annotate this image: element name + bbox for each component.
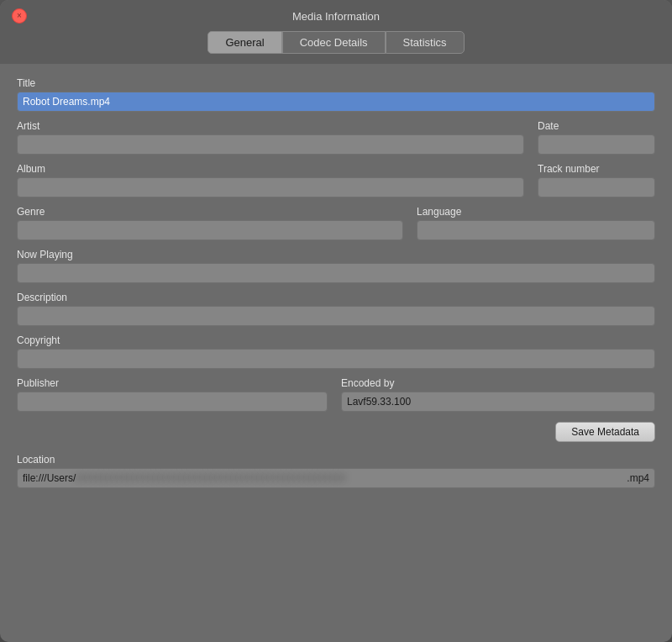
location-field-group: Location file:///Users/ ••••••••••••••••… [17,454,655,488]
location-display: file:///Users/ •••••••••••••••••••••••••… [17,468,655,488]
title-label: Title [17,77,655,89]
publisher-label: Publisher [17,377,328,389]
close-button[interactable]: × [12,8,27,24]
title-bar: × Media Information [0,0,672,31]
date-input[interactable] [538,134,655,155]
date-field-group: Date [538,120,655,155]
publisher-encoded-row: Publisher Encoded by [17,377,655,412]
description-field-group: Description [17,292,655,326]
tab-codec-details[interactable]: Codec Details [282,31,386,54]
copyright-input[interactable] [17,349,655,369]
artist-label: Artist [17,120,524,132]
language-input[interactable] [417,220,655,240]
tab-bar: General Codec Details Statistics [0,31,672,64]
tab-general[interactable]: General [207,31,281,54]
artist-input[interactable] [17,134,524,155]
location-end: .mp4 [627,472,649,484]
publisher-input[interactable] [17,392,328,412]
location-label: Location [17,454,655,466]
artist-field-group: Artist [17,120,524,155]
description-label: Description [17,292,655,303]
title-input[interactable] [17,92,655,112]
album-track-row: Album Track number [17,163,655,197]
encoded-by-field-group: Encoded by [341,377,655,412]
album-field-group: Album [17,163,524,197]
language-field-group: Language [417,206,655,240]
media-information-window: × Media Information General Codec Detail… [0,0,672,642]
now-playing-input[interactable] [17,263,655,283]
track-number-input[interactable] [538,177,655,197]
track-number-label: Track number [538,163,655,175]
artist-date-row: Artist Date [17,120,655,155]
copyright-field-group: Copyright [17,334,655,369]
location-start: file:///Users/ [23,472,76,484]
date-label: Date [538,120,655,132]
now-playing-field-group: Now Playing [17,249,655,283]
description-input[interactable] [17,306,655,326]
content-area: Title Artist Date Album Track number [0,64,672,642]
genre-field-group: Genre [17,206,403,240]
genre-label: Genre [17,206,403,218]
language-label: Language [417,206,655,218]
location-blurred: ••••••••••••••••••••••••••••••••••••••••… [76,472,627,484]
track-number-field-group: Track number [538,163,655,197]
publisher-field-group: Publisher [17,377,328,412]
window-title: Media Information [292,10,380,23]
copyright-label: Copyright [17,334,655,346]
album-input[interactable] [17,177,524,197]
tab-statistics[interactable]: Statistics [386,31,465,54]
album-label: Album [17,163,524,175]
genre-language-row: Genre Language [17,206,655,240]
encoded-by-label: Encoded by [341,377,655,389]
genre-input[interactable] [17,220,403,240]
save-metadata-row: Save Metadata [17,422,655,442]
save-metadata-button[interactable]: Save Metadata [555,422,655,442]
encoded-by-input[interactable] [341,392,655,412]
title-field-group: Title [17,77,655,112]
now-playing-label: Now Playing [17,249,655,260]
